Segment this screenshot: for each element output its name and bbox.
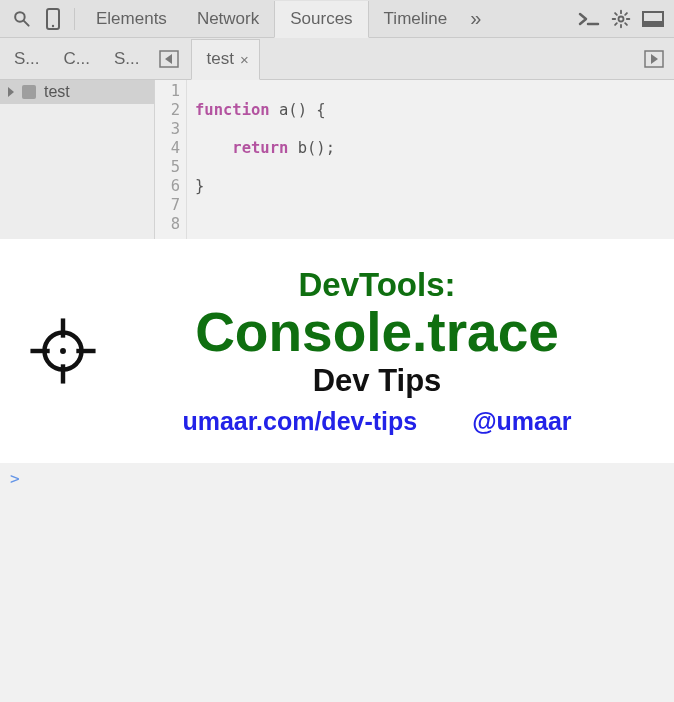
close-icon[interactable]: × [240, 51, 249, 68]
links-row: umaar.com/dev-tips @umaar [120, 407, 634, 436]
search-icon[interactable] [6, 4, 36, 34]
svg-rect-7 [643, 21, 663, 26]
line-number: 1 [155, 82, 180, 101]
nav-back-icon[interactable] [155, 47, 183, 71]
sources-sub-toolbar: S... C... S... test × [0, 38, 674, 80]
console-output[interactable]: > [0, 461, 674, 702]
line-number: 2 [155, 101, 180, 120]
mini-tab-3[interactable]: S... [106, 49, 148, 69]
svg-line-1 [23, 21, 28, 26]
svg-point-3 [52, 24, 54, 26]
twitter-handle[interactable]: @umaar [448, 407, 595, 436]
prompt-marker: > [10, 469, 20, 488]
tree-item-root[interactable]: test [0, 80, 154, 104]
chevron-right-icon [8, 87, 14, 97]
folder-icon [22, 85, 36, 99]
line-number: 7 [155, 196, 180, 215]
subtitle: Dev Tips [120, 363, 634, 399]
tab-timeline[interactable]: Timeline [369, 0, 463, 37]
line-number: 8 [155, 215, 180, 234]
tree-label: test [44, 83, 70, 101]
line-number: 3 [155, 120, 180, 139]
device-icon[interactable] [38, 4, 68, 34]
console-toggle-icon[interactable] [574, 4, 604, 34]
tab-elements[interactable]: Elements [81, 0, 182, 37]
supertitle: DevTools: [120, 266, 634, 304]
main-title: Console.trace [120, 304, 634, 361]
tab-network[interactable]: Network [182, 0, 274, 37]
title-card-text: DevTools: Console.trace Dev Tips umaar.c… [120, 266, 674, 436]
file-tab-label: test [206, 49, 233, 69]
gear-icon[interactable] [606, 4, 636, 34]
tabs-overflow-button[interactable]: » [462, 7, 489, 30]
site-link[interactable]: umaar.com/dev-tips [158, 407, 441, 436]
tab-sources[interactable]: Sources [274, 1, 368, 38]
line-number: 5 [155, 158, 180, 177]
console-prompt[interactable]: > [0, 461, 674, 496]
dock-icon[interactable] [638, 4, 668, 34]
svg-marker-11 [651, 54, 658, 64]
svg-marker-9 [165, 54, 172, 64]
separator [74, 8, 75, 30]
title-card: DevTools: Console.trace Dev Tips umaar.c… [0, 239, 674, 463]
mini-tab-1[interactable]: S... [6, 49, 48, 69]
crosshair-icon [26, 314, 100, 388]
nav-forward-icon[interactable] [640, 47, 668, 71]
devtools-toolbar: Elements Network Sources Timeline » [0, 0, 674, 38]
file-tab-test[interactable]: test × [191, 39, 259, 80]
line-number: 4 [155, 139, 180, 158]
panel-tabs: Elements Network Sources Timeline » [81, 0, 489, 37]
line-number: 6 [155, 177, 180, 196]
svg-point-5 [619, 16, 624, 21]
svg-point-20 [60, 348, 66, 354]
mini-tab-2[interactable]: C... [56, 49, 98, 69]
